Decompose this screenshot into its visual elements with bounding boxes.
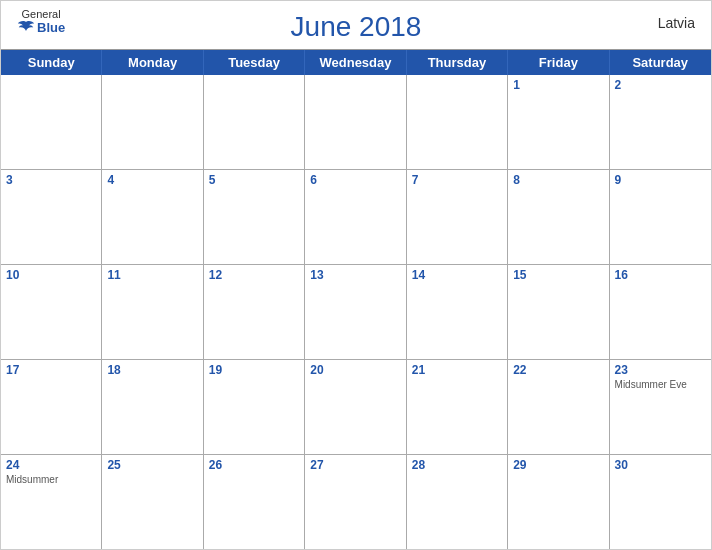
event-label: Midsummer	[6, 474, 96, 485]
day-cell: 19	[204, 360, 305, 454]
day-number: 20	[310, 363, 400, 377]
day-cell: 14	[407, 265, 508, 359]
day-number: 21	[412, 363, 502, 377]
day-number: 13	[310, 268, 400, 282]
header-saturday: Saturday	[610, 50, 711, 75]
weeks-container: 1234567891011121314151617181920212223Mid…	[1, 75, 711, 549]
week-row-4: 17181920212223Midsummer Eve	[1, 360, 711, 455]
logo-blue-text: Blue	[17, 20, 65, 34]
day-number: 24	[6, 458, 96, 472]
day-number: 14	[412, 268, 502, 282]
day-cell: 7	[407, 170, 508, 264]
day-cell: 2	[610, 75, 711, 169]
day-number: 29	[513, 458, 603, 472]
day-cell: 16	[610, 265, 711, 359]
day-number: 5	[209, 173, 299, 187]
day-cell: 30	[610, 455, 711, 549]
day-number: 12	[209, 268, 299, 282]
day-cell	[305, 75, 406, 169]
week-row-3: 10111213141516	[1, 265, 711, 360]
day-cell: 20	[305, 360, 406, 454]
day-number: 3	[6, 173, 96, 187]
day-cell: 23Midsummer Eve	[610, 360, 711, 454]
day-number: 27	[310, 458, 400, 472]
day-cell: 27	[305, 455, 406, 549]
day-number: 10	[6, 268, 96, 282]
day-cell: 6	[305, 170, 406, 264]
day-cell	[102, 75, 203, 169]
day-number: 22	[513, 363, 603, 377]
day-cell: 5	[204, 170, 305, 264]
day-cell: 1	[508, 75, 609, 169]
day-number: 17	[6, 363, 96, 377]
calendar-title: June 2018	[291, 11, 422, 43]
day-cell: 25	[102, 455, 203, 549]
header-thursday: Thursday	[407, 50, 508, 75]
header-sunday: Sunday	[1, 50, 102, 75]
day-number: 6	[310, 173, 400, 187]
day-cell	[204, 75, 305, 169]
header-friday: Friday	[508, 50, 609, 75]
day-cell: 10	[1, 265, 102, 359]
calendar: General Blue June 2018 Latvia Sunday Mon…	[0, 0, 712, 550]
header-monday: Monday	[102, 50, 203, 75]
day-number: 26	[209, 458, 299, 472]
day-number: 25	[107, 458, 197, 472]
day-number: 7	[412, 173, 502, 187]
day-cell: 4	[102, 170, 203, 264]
day-number: 4	[107, 173, 197, 187]
event-label: Midsummer Eve	[615, 379, 706, 390]
week-row-5: 24Midsummer252627282930	[1, 455, 711, 549]
day-cell: 15	[508, 265, 609, 359]
day-cell: 11	[102, 265, 203, 359]
day-cell	[1, 75, 102, 169]
day-cell	[407, 75, 508, 169]
day-cell: 21	[407, 360, 508, 454]
day-headers-row: Sunday Monday Tuesday Wednesday Thursday…	[1, 50, 711, 75]
day-cell: 8	[508, 170, 609, 264]
day-number: 18	[107, 363, 197, 377]
header-tuesday: Tuesday	[204, 50, 305, 75]
day-cell: 9	[610, 170, 711, 264]
day-number: 15	[513, 268, 603, 282]
calendar-header: General Blue June 2018 Latvia	[1, 1, 711, 49]
day-number: 30	[615, 458, 706, 472]
calendar-grid: Sunday Monday Tuesday Wednesday Thursday…	[1, 49, 711, 549]
day-cell: 26	[204, 455, 305, 549]
day-number: 16	[615, 268, 706, 282]
day-cell: 29	[508, 455, 609, 549]
day-cell: 18	[102, 360, 203, 454]
header-wednesday: Wednesday	[305, 50, 406, 75]
country-label: Latvia	[658, 15, 695, 31]
logo: General Blue	[17, 9, 65, 34]
day-number: 11	[107, 268, 197, 282]
day-number: 1	[513, 78, 603, 92]
day-number: 9	[615, 173, 706, 187]
logo-bird-icon	[17, 20, 35, 34]
day-cell: 12	[204, 265, 305, 359]
day-number: 23	[615, 363, 706, 377]
week-row-1: 12	[1, 75, 711, 170]
day-cell: 17	[1, 360, 102, 454]
week-row-2: 3456789	[1, 170, 711, 265]
day-number: 28	[412, 458, 502, 472]
day-number: 19	[209, 363, 299, 377]
day-cell: 24Midsummer	[1, 455, 102, 549]
logo-general-text: General	[22, 9, 61, 20]
day-cell: 13	[305, 265, 406, 359]
day-cell: 3	[1, 170, 102, 264]
day-cell: 28	[407, 455, 508, 549]
day-number: 8	[513, 173, 603, 187]
day-cell: 22	[508, 360, 609, 454]
day-number: 2	[615, 78, 706, 92]
